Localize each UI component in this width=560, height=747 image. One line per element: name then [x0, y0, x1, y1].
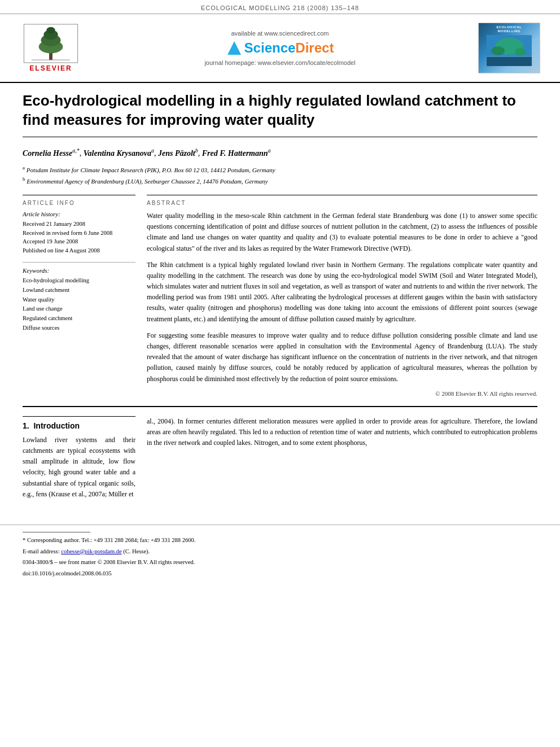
copyright-line: © 2008 Elsevier B.V. All rights reserved… [147, 390, 537, 397]
sciencedirect-text: ScienceDirect [244, 40, 334, 56]
authors-line: Cornelia Hessea,*, Valentina Krysanovaa,… [23, 146, 537, 160]
author-4: Fred F. Hattermann [202, 148, 268, 157]
intro-left-para-1: Lowland river systems and their catchmen… [23, 435, 135, 500]
intro-heading: Introduction [33, 421, 80, 430]
svg-rect-11 [487, 56, 532, 66]
article-info-heading: ARTICLE INFO [23, 200, 135, 206]
journal-cover-area: ECOLOGICALMODELLING [470, 20, 549, 76]
banner-center: available at www.sciencedirect.com Scien… [90, 30, 470, 66]
journal-cover-title: ECOLOGICALMODELLING [497, 25, 522, 33]
affiliations: a Potsdam Institute for Climate Impact R… [23, 164, 537, 186]
abstract-section: ABSTRACT Water quality modelling in the … [147, 195, 537, 397]
intro-left-text: Lowland river systems and their catchmen… [23, 435, 135, 500]
intro-number: 1. [23, 421, 29, 430]
received-revised-date: Received in revised form 6 June 2008 [23, 229, 135, 238]
footnote-doi-line: 0304-3800/$ – see front matter © 2008 El… [23, 558, 537, 567]
elsevier-logo-area: ELSEVIER [11, 20, 90, 76]
journal-cover: ECOLOGICALMODELLING [478, 23, 540, 73]
keyword-2: Lowland catchment [23, 286, 135, 295]
elsevier-label: ELSEVIER [29, 64, 72, 72]
page-wrapper: ECOLOGICAL MODELLING 218 (2008) 135–148 … [0, 0, 560, 747]
abstract-column: ABSTRACT Water quality modelling in the … [147, 195, 537, 397]
journal-header-text: ECOLOGICAL MODELLING 218 (2008) 135–148 [201, 5, 359, 11]
article-info-abstract: ARTICLE INFO Article history: Received 2… [23, 195, 537, 397]
intro-right-text: al., 2004). In former centuries differen… [147, 416, 537, 449]
keyword-6: Diffuse sources [23, 324, 135, 333]
author-1: Cornelia Hesse [23, 148, 72, 157]
footnote-divider [23, 532, 90, 532]
intro-right-para-1: al., 2004). In former centuries differen… [147, 416, 537, 449]
abstract-heading: ABSTRACT [147, 200, 537, 206]
keywords-label: Keywords: [23, 267, 135, 274]
abstract-para-1: Water quality modelling in the meso-scal… [147, 211, 537, 254]
article-title: Eco-hydrological modelling in a highly r… [23, 91, 537, 137]
keyword-3: Water quality [23, 295, 135, 305]
available-text: available at www.sciencedirect.com [102, 30, 458, 37]
svg-point-6 [46, 27, 55, 34]
svg-marker-8 [228, 41, 241, 55]
intro-right-col: al., 2004). In former centuries differen… [147, 416, 537, 504]
keywords-section: Keywords: Eco-hydrological modelling Low… [23, 262, 135, 333]
author-3: Jens Päzolt [158, 148, 195, 157]
journal-cover-image [487, 35, 532, 66]
article-info-box: ARTICLE INFO Article history: Received 2… [23, 195, 135, 333]
svg-point-12 [491, 46, 505, 55]
affiliation-1: a Potsdam Institute for Climate Impact R… [23, 164, 537, 174]
abstract-text: Water quality modelling in the meso-scal… [147, 211, 537, 385]
cover-image-svg [487, 35, 532, 66]
history-label: Article history: [23, 211, 135, 217]
intro-left-col: 1. Introduction Lowland river systems an… [23, 416, 135, 504]
sciencedirect-logo: ScienceDirect [102, 40, 458, 56]
journal-header: ECOLOGICAL MODELLING 218 (2008) 135–148 [0, 0, 560, 14]
footnote-doi: doi:10.1016/j.ecolmodel.2008.06.035 [23, 569, 537, 578]
keyword-4: Land use change [23, 304, 135, 314]
footnote-email: E-mail address: cohesse@pik-potsdam.de (… [23, 547, 537, 556]
received-date: Received 21 January 2008 [23, 220, 135, 229]
introduction-section: 1. Introduction Lowland river systems an… [23, 416, 537, 504]
accepted-date: Accepted 19 June 2008 [23, 237, 135, 246]
section-divider [23, 406, 537, 407]
main-content: Eco-hydrological modelling in a highly r… [0, 83, 560, 516]
affil-marker-2: a [151, 147, 154, 154]
affil-marker-1: a,* [72, 147, 80, 154]
article-info-column: ARTICLE INFO Article history: Received 2… [23, 195, 135, 397]
footnote-corresponding: * Corresponding author. Tel.: +49 331 28… [23, 536, 537, 545]
elsevier-tree-icon [23, 24, 79, 63]
keyword-1: Eco-hydrological modelling [23, 276, 135, 286]
homepage-text: journal homepage: www.elsevier.com/locat… [102, 59, 458, 66]
affil-marker-3: b [195, 147, 198, 154]
abstract-para-3: For suggesting some feasible measures to… [147, 330, 537, 385]
email-link: cohesse@pik-potsdam.de [61, 548, 121, 554]
affil-marker-4: a [268, 147, 271, 154]
svg-point-13 [515, 48, 526, 56]
keyword-5: Regulated catchment [23, 314, 135, 324]
banner: ELSEVIER available at www.sciencedirect.… [0, 14, 560, 83]
published-date: Published on line 4 August 2008 [23, 246, 135, 255]
intro-title: 1. Introduction [23, 416, 135, 430]
author-2: Valentina Krysanova [84, 148, 151, 157]
sciencedirect-arrow-icon [226, 40, 242, 56]
abstract-para-2: The Rhin catchment is a typical highly r… [147, 260, 537, 325]
article-history: Article history: Received 21 January 200… [23, 211, 135, 255]
footer-area: * Corresponding author. Tel.: +49 331 28… [0, 525, 560, 586]
affiliation-2: b Environmental Agency of Brandenburg (L… [23, 176, 537, 186]
